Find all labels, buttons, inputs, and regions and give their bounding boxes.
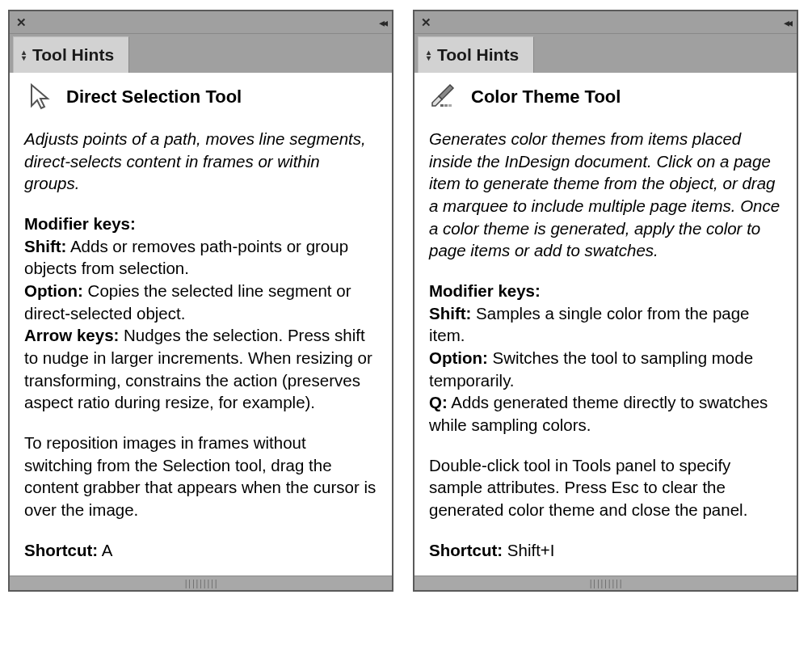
panel-content: Color Theme Tool Generates color themes …	[414, 73, 797, 576]
panel-content: Direct Selection Tool Adjusts points of …	[10, 73, 392, 576]
tool-hints-panel: ✕ ◂◂ ▴▾ Tool Hints Color Theme Tool Gene…	[413, 10, 798, 592]
extra-text: To reposition images in frames without s…	[24, 432, 377, 521]
panel-titlebar: ✕ ◂◂	[10, 11, 392, 34]
resize-grip-icon[interactable]: │││││││││	[184, 580, 218, 588]
tab-label: Tool Hints	[32, 45, 114, 65]
collapse-icon[interactable]: ◂◂	[379, 16, 385, 29]
tool-header: Direct Selection Tool	[24, 82, 377, 112]
tab-label: Tool Hints	[437, 45, 519, 65]
svg-rect-2	[448, 104, 452, 107]
shortcut-value: A	[98, 541, 112, 559]
shortcut-label: Shortcut:	[24, 541, 98, 559]
panel-statusbar: │││││││││	[414, 576, 797, 590]
tab-tool-hints[interactable]: ▴▾ Tool Hints	[418, 36, 534, 73]
modifier-keys-section: Modifier keys: Shift: Samples a single c…	[429, 280, 782, 436]
tool-header: Color Theme Tool	[429, 82, 782, 112]
modifier-row: Option: Copies the selected line segment…	[24, 280, 377, 324]
tool-description: Generates color themes from items placed…	[429, 128, 782, 262]
svg-rect-1	[444, 104, 448, 107]
modifier-row: Shift: Samples a single color from the p…	[429, 302, 782, 347]
tool-hints-panel: ✕ ◂◂ ▴▾ Tool Hints Direct Selection Tool…	[8, 10, 393, 592]
modifier-row: Shift: Adds or removes path-points or gr…	[24, 235, 377, 280]
modifier-text: Adds generated theme directly to swatche…	[429, 393, 768, 434]
panel-tabbar: ▴▾ Tool Hints	[414, 34, 797, 73]
panel-tabbar: ▴▾ Tool Hints	[10, 34, 392, 73]
panel-titlebar: ✕ ◂◂	[414, 11, 797, 34]
modifier-key: Shift:	[429, 304, 471, 323]
direct-selection-icon	[24, 82, 53, 112]
resize-grip-icon[interactable]: │││││││││	[589, 580, 623, 588]
shortcut-row: Shortcut: Shift+I	[429, 539, 782, 562]
modifier-key: Shift:	[24, 237, 66, 255]
close-icon[interactable]: ✕	[421, 16, 431, 28]
close-icon[interactable]: ✕	[16, 16, 27, 28]
modifier-text: Samples a single color from the page ite…	[429, 304, 750, 345]
eyedropper-icon	[429, 82, 458, 112]
modifier-row: Arrow keys: Nudges the selection. Press …	[24, 324, 377, 414]
shortcut-label: Shortcut:	[429, 541, 503, 559]
svg-rect-0	[440, 104, 444, 107]
tool-title: Direct Selection Tool	[66, 85, 242, 109]
tool-title: Color Theme Tool	[471, 85, 621, 109]
tab-grip-icon: ▴▾	[22, 50, 26, 61]
extra-text: Double-click tool in Tools panel to spec…	[429, 454, 782, 521]
modifier-key: Q:	[429, 393, 448, 411]
modifier-keys-section: Modifier keys: Shift: Adds or removes pa…	[24, 213, 377, 414]
modifier-key: Option:	[429, 348, 488, 367]
modifier-heading: Modifier keys:	[429, 280, 782, 302]
shortcut-value: Shift+I	[503, 541, 554, 559]
modifier-row: Q: Adds generated theme directly to swat…	[429, 391, 782, 436]
modifier-key: Option:	[24, 281, 83, 300]
collapse-icon[interactable]: ◂◂	[784, 16, 790, 29]
tool-description: Adjusts points of a path, moves line seg…	[24, 128, 377, 195]
modifier-key: Arrow keys:	[24, 326, 119, 344]
tab-tool-hints[interactable]: ▴▾ Tool Hints	[13, 36, 129, 73]
shortcut-row: Shortcut: A	[24, 539, 377, 562]
panel-statusbar: │││││││││	[10, 576, 392, 590]
modifier-row: Option: Switches the tool to sampling mo…	[429, 347, 782, 391]
modifier-text: Adds or removes path-points or group obj…	[24, 237, 348, 278]
modifier-heading: Modifier keys:	[24, 213, 377, 235]
tab-grip-icon: ▴▾	[427, 50, 431, 61]
